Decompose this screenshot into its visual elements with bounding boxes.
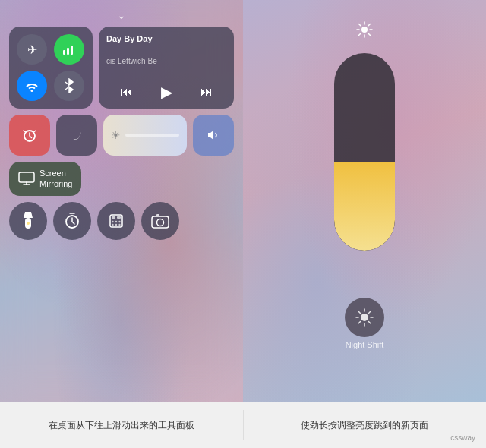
svg-line-30	[359, 33, 361, 35]
night-shift-icon	[345, 298, 384, 337]
svg-point-22	[361, 27, 368, 33]
flashlight-button[interactable]	[9, 202, 47, 240]
svg-line-37	[369, 322, 371, 324]
brightness-fill	[334, 162, 395, 251]
camera-button[interactable]	[141, 202, 179, 240]
svg-point-8	[27, 222, 30, 225]
svg-line-27	[359, 24, 361, 26]
caption-left: 在桌面从下往上滑动出来的工具面板	[0, 402, 243, 448]
night-shift-label: Night Shift	[346, 340, 384, 349]
bottom-area: 在桌面从下往上滑动出来的工具面板 使劲长按调整亮度跳到的新页面 cssway	[0, 402, 486, 448]
sun-top-icon	[356, 21, 373, 42]
svg-rect-21	[156, 214, 159, 216]
svg-point-15	[118, 220, 120, 222]
do-not-disturb-button[interactable]	[56, 115, 97, 156]
cellular-button[interactable]	[54, 34, 84, 65]
branding-label: cssway	[450, 434, 475, 442]
calculator-button[interactable]	[97, 202, 135, 240]
screen-mirror-label: ScreenMirroring	[39, 168, 72, 190]
play-button[interactable]: ▶	[161, 83, 172, 101]
right-panel: Night Shift	[243, 0, 486, 402]
next-button[interactable]: ⏭	[200, 85, 213, 99]
svg-line-29	[368, 24, 370, 26]
svg-line-38	[369, 311, 371, 314]
music-title: Day By Day	[106, 34, 226, 43]
screen-mirror-row: ScreenMirroring	[9, 162, 234, 196]
bluetooth-button[interactable]	[54, 71, 84, 101]
svg-line-36	[358, 311, 361, 314]
caption-right: 使劲长按调整亮度跳到的新页面	[244, 402, 487, 448]
left-panel: ⌄ ✈	[0, 0, 243, 402]
svg-rect-6	[19, 172, 34, 182]
brightness-bar	[125, 134, 179, 137]
brightness-icon: ☀	[111, 129, 121, 141]
brightness-pill[interactable]	[334, 53, 395, 251]
wifi-button[interactable]	[17, 71, 47, 101]
connectivity-block: ✈	[9, 27, 93, 109]
control-center: ✈	[9, 27, 234, 395]
svg-point-16	[112, 223, 113, 225]
connectivity-music-row: ✈	[9, 27, 234, 109]
volume-button[interactable]	[193, 115, 234, 156]
previous-button[interactable]: ⏮	[121, 85, 133, 99]
svg-line-28	[368, 33, 370, 35]
night-shift-button[interactable]: Night Shift	[345, 298, 384, 349]
music-artist: cis Leftwich Be	[106, 57, 226, 65]
svg-point-20	[157, 219, 164, 226]
svg-point-31	[361, 314, 368, 321]
captions: 在桌面从下往上滑动出来的工具面板 使劲长按调整亮度跳到的新页面	[0, 402, 486, 448]
svg-rect-11	[112, 216, 115, 219]
svg-point-14	[115, 220, 117, 222]
svg-point-18	[118, 223, 120, 225]
tools-row: ☀	[9, 115, 234, 156]
svg-rect-12	[117, 216, 121, 219]
chevron-icon: ⌄	[117, 9, 126, 21]
svg-point-17	[115, 223, 117, 225]
svg-point-13	[112, 220, 113, 222]
airplane-mode-button[interactable]: ✈	[17, 34, 47, 65]
svg-rect-2	[71, 46, 73, 55]
svg-rect-1	[67, 48, 69, 55]
alarm-button[interactable]	[9, 115, 50, 156]
music-block: Day By Day cis Leftwich Be ⏮ ▶ ⏭	[99, 27, 234, 109]
bottom-icons-row	[9, 202, 234, 240]
svg-line-39	[358, 322, 361, 324]
brightness-slider[interactable]: ☀	[103, 115, 187, 156]
timer-button[interactable]	[53, 202, 91, 240]
music-controls: ⏮ ▶ ⏭	[106, 83, 226, 101]
screen-mirroring-button[interactable]: ScreenMirroring	[9, 162, 81, 196]
svg-rect-0	[63, 50, 65, 55]
